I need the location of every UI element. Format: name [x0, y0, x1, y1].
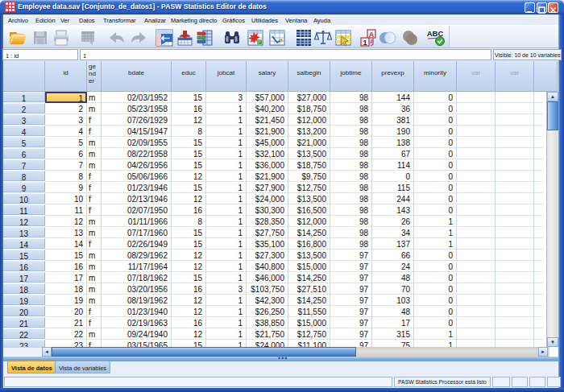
svg-text:A: A — [369, 31, 375, 39]
svg-text:1: 1 — [363, 39, 367, 47]
